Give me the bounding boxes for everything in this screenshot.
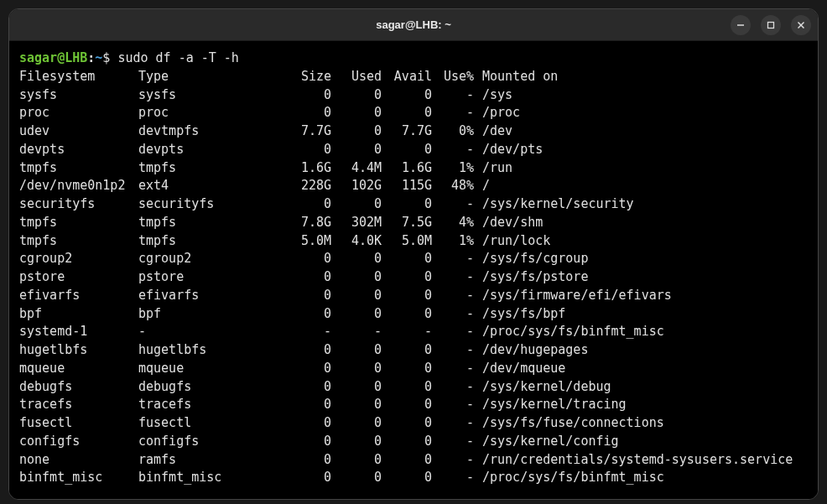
cell-mounted: /sys/fs/fuse/connections — [474, 414, 808, 433]
cell-type: tmpfs — [138, 214, 273, 232]
table-row: hugetlbfshugetlbfs000-/dev/hugepages — [19, 341, 808, 360]
table-row: /dev/nvme0n1p2ext4228G102G115G48%/ — [19, 177, 808, 195]
cell-type: tracefs — [138, 396, 273, 414]
cell-used: 0 — [331, 451, 382, 470]
cell-usepct: - — [432, 195, 474, 214]
table-row: systemd-1-----/proc/sys/fs/binfmt_misc — [19, 323, 808, 341]
cell-type: efivarfs — [138, 287, 273, 305]
cell-size: 7.8G — [273, 214, 331, 232]
cell-mounted: /proc — [474, 104, 808, 122]
col-used: Used — [331, 68, 382, 86]
minimize-icon — [736, 21, 745, 29]
cell-avail: 7.7G — [382, 122, 432, 141]
cell-avail: 0 — [382, 268, 432, 287]
cell-type: binfmt_misc — [138, 469, 273, 487]
cell-mounted: /sys/kernel/config — [474, 433, 808, 451]
cell-filesystem: sysfs — [19, 86, 138, 105]
cell-type: fusectl — [138, 414, 273, 433]
cell-avail: 0 — [382, 360, 432, 378]
cell-type: sysfs — [138, 86, 273, 105]
cell-type: mqueue — [138, 360, 273, 378]
minimize-button[interactable] — [731, 15, 751, 35]
cell-filesystem: bpf — [19, 305, 138, 324]
cell-usepct: - — [432, 305, 474, 324]
cell-usepct: - — [432, 378, 474, 397]
cell-avail: 0 — [382, 451, 432, 470]
cell-size: 0 — [273, 469, 331, 487]
cell-filesystem: securityfs — [19, 195, 138, 214]
cell-avail: 0 — [382, 195, 432, 214]
close-icon — [797, 21, 805, 29]
table-row: devptsdevpts000-/dev/pts — [19, 141, 808, 159]
cell-avail: 0 — [382, 378, 432, 397]
cell-used: 0 — [331, 268, 382, 287]
cell-avail: 1.6G — [382, 159, 432, 178]
svg-rect-1 — [768, 22, 774, 28]
cell-used: 0 — [331, 305, 382, 324]
cell-size: 0 — [273, 360, 331, 378]
cell-mounted: / — [474, 177, 808, 195]
cell-usepct: - — [432, 323, 474, 341]
cell-usepct: - — [432, 360, 474, 378]
cell-size: 1.6G — [273, 159, 331, 178]
cell-size: 0 — [273, 250, 331, 268]
col-mounted: Mounted on — [474, 68, 808, 86]
cell-usepct: - — [432, 268, 474, 287]
maximize-icon — [767, 21, 775, 29]
cell-size: 0 — [273, 86, 331, 105]
maximize-button[interactable] — [761, 15, 781, 35]
terminal-body[interactable]: sagar@LHB:~$ sudo df -a -T -h Filesystem… — [9, 41, 818, 499]
cell-used: 0 — [331, 122, 382, 141]
cell-usepct: - — [432, 469, 474, 487]
cell-avail: 0 — [382, 86, 432, 105]
rows-container: sysfssysfs000-/sysprocproc000-/procudevd… — [19, 86, 808, 488]
cell-used: 0 — [331, 86, 382, 105]
cell-usepct: - — [432, 141, 474, 159]
cell-size: 0 — [273, 433, 331, 451]
cell-mounted: /sys/firmware/efi/efivars — [474, 287, 808, 305]
cell-used: 0 — [331, 141, 382, 159]
cell-usepct: - — [432, 250, 474, 268]
table-row: noneramfs000-/run/credentials/systemd-sy… — [19, 451, 808, 470]
cell-size: 0 — [273, 451, 331, 470]
cell-mounted: /dev/hugepages — [474, 341, 808, 360]
cell-type: pstore — [138, 268, 273, 287]
cell-avail: 115G — [382, 177, 432, 195]
table-row: configfsconfigfs000-/sys/kernel/config — [19, 433, 808, 451]
cell-mounted: /dev/mqueue — [474, 360, 808, 378]
cell-size: 0 — [273, 341, 331, 360]
cell-usepct: 0% — [432, 122, 474, 141]
cell-usepct: - — [432, 396, 474, 414]
cell-avail: 0 — [382, 469, 432, 487]
cell-filesystem: configfs — [19, 433, 138, 451]
cell-used: 102G — [331, 177, 382, 195]
table-row: securityfssecurityfs000-/sys/kernel/secu… — [19, 195, 808, 214]
cell-type: hugetlbfs — [138, 341, 273, 360]
cell-size: 0 — [273, 104, 331, 122]
prompt-symbol: $ — [102, 50, 117, 65]
cell-used: 4.4M — [331, 159, 382, 178]
cell-avail: 0 — [382, 141, 432, 159]
cell-avail: 0 — [382, 433, 432, 451]
table-header-row: Filesystem Type Size Used Avail Use% Mou… — [19, 68, 808, 86]
cell-filesystem: efivarfs — [19, 287, 138, 305]
cell-filesystem: binfmt_misc — [19, 469, 138, 487]
cell-filesystem: proc — [19, 104, 138, 122]
cell-type: debugfs — [138, 378, 273, 397]
cell-avail: 0 — [382, 287, 432, 305]
command-text: sudo df -a -T -h — [117, 50, 239, 65]
cell-type: devtmpfs — [138, 122, 273, 141]
cell-used: 4.0K — [331, 232, 382, 251]
cell-type: ext4 — [138, 177, 273, 195]
cell-mounted: /sys/fs/bpf — [474, 305, 808, 324]
cell-used: 0 — [331, 287, 382, 305]
cell-usepct: - — [432, 451, 474, 470]
cell-type: tmpfs — [138, 159, 273, 178]
window-controls — [731, 15, 811, 35]
cell-size: 0 — [273, 305, 331, 324]
cell-mounted: /sys — [474, 86, 808, 105]
cell-avail: 0 — [382, 104, 432, 122]
close-button[interactable] — [791, 15, 811, 35]
table-row: tmpfstmpfs7.8G302M7.5G4%/dev/shm — [19, 214, 808, 232]
cell-size: - — [273, 323, 331, 341]
